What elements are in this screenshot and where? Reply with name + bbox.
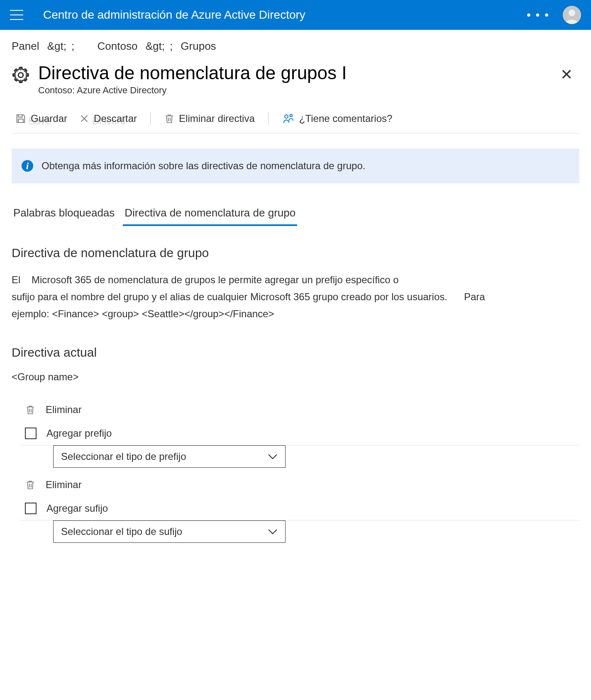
toolbar-separator — [150, 112, 151, 125]
add-prefix-row: Agregar prefijo — [20, 422, 579, 445]
info-banner[interactable]: i Obtenga más información sobre las dire… — [12, 148, 579, 183]
discard-label: Descartar — [94, 113, 137, 124]
close-icon[interactable]: ✕ — [554, 63, 579, 87]
save-button[interactable]: Guardar Save — [12, 111, 71, 126]
hamburger-menu-icon[interactable] — [10, 10, 23, 20]
delete-policy-label: Eliminar directiva — [179, 113, 255, 124]
feedback-label: ¿Tiene comentarios? — [299, 113, 393, 124]
suffix-type-dropdown[interactable]: Seleccionar el tipo de sufijo — [53, 520, 286, 543]
tab-naming-policy[interactable]: Directiva de nomenclatura de grupo — [123, 203, 297, 226]
gear-icon — [12, 66, 30, 84]
tabs: Palabras bloqueadas Directiva de nomencl… — [12, 203, 579, 226]
feedback-button[interactable]: ¿Tiene comentarios? — [278, 111, 396, 126]
section-heading: Directiva de nomenclatura de grupo — [12, 246, 579, 260]
chevron-down-icon — [268, 454, 278, 459]
breadcrumb-panel[interactable]: Panel &gt;; — [12, 40, 74, 52]
chevron-down-icon — [268, 529, 278, 535]
svg-point-3 — [285, 115, 288, 118]
page-subtitle: Contoso: Azure Active Directory — [38, 85, 545, 96]
app-title: Centro de administración de Azure Active… — [43, 8, 305, 22]
trash-icon[interactable] — [25, 479, 36, 491]
page-header: Directiva de nomenclatura de grupos I Co… — [12, 63, 579, 96]
add-suffix-row: Agregar sufijo — [20, 497, 579, 520]
remove-prefix-row: Eliminar — [20, 398, 579, 422]
add-suffix-label: Agregar sufijo — [46, 503, 108, 514]
suffix-dropdown-label: Seleccionar el tipo de sufijo — [61, 526, 182, 537]
toolbar: Guardar Save Descartar Discard Eliminar … — [12, 102, 579, 134]
delete-policy-button[interactable]: Eliminar directiva — [161, 111, 258, 126]
add-suffix-checkbox[interactable] — [25, 503, 37, 514]
remove-suffix-label: Eliminar — [46, 479, 82, 491]
remove-prefix-label: Eliminar — [46, 404, 82, 416]
tab-blocked-words[interactable]: Palabras bloqueadas — [12, 203, 116, 226]
current-group-name: <Group name> — [12, 371, 579, 383]
current-policy-heading: Directiva actual — [12, 345, 579, 360]
toolbar-separator — [268, 112, 269, 125]
info-text: Obtenga más información sobre las direct… — [42, 160, 365, 172]
prefix-type-dropdown[interactable]: Seleccionar el tipo de prefijo — [53, 445, 286, 468]
trash-icon[interactable] — [25, 403, 36, 416]
page-title: Directiva de nomenclatura de grupos I — [38, 63, 545, 83]
add-prefix-checkbox[interactable] — [25, 428, 37, 439]
section-description: El Microsoft 365 de nomenclatura de grup… — [12, 272, 579, 322]
avatar[interactable] — [563, 6, 581, 24]
svg-point-4 — [290, 114, 292, 117]
discard-button[interactable]: Descartar Discard — [76, 111, 140, 126]
info-icon: i — [22, 160, 33, 172]
breadcrumb-org[interactable]: Contoso &gt;; — [98, 40, 173, 52]
svg-point-1 — [569, 10, 575, 16]
prefix-dropdown-label: Seleccionar el tipo de prefijo — [61, 451, 186, 462]
svg-point-2 — [18, 73, 23, 78]
breadcrumb-groups[interactable]: Grupos — [181, 40, 216, 52]
add-prefix-label: Agregar prefijo — [46, 428, 112, 439]
breadcrumb: Panel &gt;; Contoso &gt;; Grupos — [12, 40, 579, 53]
remove-suffix-row: Eliminar — [20, 473, 579, 497]
top-bar: Centro de administración de Azure Active… — [0, 0, 591, 30]
save-label: Guardar — [31, 113, 67, 124]
more-icon[interactable]: • • • — [527, 8, 549, 22]
